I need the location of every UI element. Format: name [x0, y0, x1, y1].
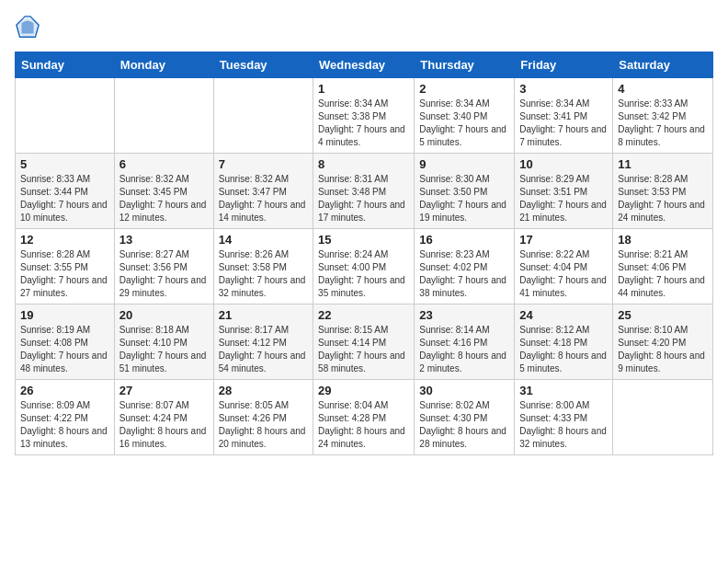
- day-number: 9: [419, 157, 509, 171]
- day-number: 1: [318, 82, 409, 96]
- logo: [15, 15, 44, 40]
- weekday-header-wednesday: Wednesday: [313, 52, 415, 78]
- calendar-cell: 28Sunrise: 8:05 AM Sunset: 4:26 PM Dayli…: [213, 380, 313, 455]
- calendar-cell: [114, 78, 213, 154]
- day-info: Sunrise: 8:14 AM Sunset: 4:16 PM Dayligh…: [419, 324, 509, 375]
- calendar-cell: 13Sunrise: 8:27 AM Sunset: 3:56 PM Dayli…: [114, 229, 213, 304]
- page-header: [15, 15, 713, 40]
- calendar-cell: 11Sunrise: 8:28 AM Sunset: 3:53 PM Dayli…: [613, 154, 713, 229]
- week-row-5: 26Sunrise: 8:09 AM Sunset: 4:22 PM Dayli…: [16, 380, 713, 455]
- day-info: Sunrise: 8:09 AM Sunset: 4:22 PM Dayligh…: [20, 399, 109, 451]
- day-info: Sunrise: 8:31 AM Sunset: 3:48 PM Dayligh…: [318, 173, 409, 224]
- day-info: Sunrise: 8:32 AM Sunset: 3:47 PM Dayligh…: [219, 173, 308, 224]
- day-info: Sunrise: 8:26 AM Sunset: 3:58 PM Dayligh…: [219, 248, 308, 300]
- day-number: 21: [219, 308, 308, 322]
- day-info: Sunrise: 8:00 AM Sunset: 4:33 PM Dayligh…: [519, 399, 608, 451]
- day-info: Sunrise: 8:34 AM Sunset: 3:40 PM Dayligh…: [419, 98, 509, 149]
- day-number: 24: [519, 308, 608, 322]
- calendar-cell: 12Sunrise: 8:28 AM Sunset: 3:55 PM Dayli…: [16, 229, 115, 304]
- weekday-header-friday: Friday: [515, 52, 613, 78]
- calendar-cell: 31Sunrise: 8:00 AM Sunset: 4:33 PM Dayli…: [515, 380, 613, 455]
- weekday-header-saturday: Saturday: [613, 52, 713, 78]
- calendar-cell: 21Sunrise: 8:17 AM Sunset: 4:12 PM Dayli…: [213, 304, 313, 380]
- day-number: 7: [219, 157, 308, 171]
- day-info: Sunrise: 8:07 AM Sunset: 4:24 PM Dayligh…: [119, 399, 209, 451]
- day-number: 8: [318, 157, 409, 171]
- day-info: Sunrise: 8:33 AM Sunset: 3:42 PM Dayligh…: [618, 98, 708, 149]
- calendar-cell: 14Sunrise: 8:26 AM Sunset: 3:58 PM Dayli…: [213, 229, 313, 304]
- day-number: 29: [318, 384, 409, 397]
- day-info: Sunrise: 8:05 AM Sunset: 4:26 PM Dayligh…: [219, 399, 308, 451]
- weekday-header-row: SundayMondayTuesdayWednesdayThursdayFrid…: [16, 52, 713, 78]
- day-number: 17: [519, 233, 608, 247]
- calendar-cell: 20Sunrise: 8:18 AM Sunset: 4:10 PM Dayli…: [114, 304, 213, 380]
- day-info: Sunrise: 8:34 AM Sunset: 3:41 PM Dayligh…: [519, 98, 608, 149]
- calendar-cell: 18Sunrise: 8:21 AM Sunset: 4:06 PM Dayli…: [613, 229, 713, 304]
- week-row-4: 19Sunrise: 8:19 AM Sunset: 4:08 PM Dayli…: [16, 304, 713, 380]
- calendar-cell: 9Sunrise: 8:30 AM Sunset: 3:50 PM Daylig…: [415, 154, 515, 229]
- calendar-cell: 24Sunrise: 8:12 AM Sunset: 4:18 PM Dayli…: [515, 304, 613, 380]
- day-info: Sunrise: 8:27 AM Sunset: 3:56 PM Dayligh…: [119, 248, 209, 300]
- calendar-cell: 19Sunrise: 8:19 AM Sunset: 4:08 PM Dayli…: [16, 304, 115, 380]
- calendar-cell: 10Sunrise: 8:29 AM Sunset: 3:51 PM Dayli…: [515, 154, 613, 229]
- calendar-cell: 17Sunrise: 8:22 AM Sunset: 4:04 PM Dayli…: [515, 229, 613, 304]
- day-number: 15: [318, 233, 409, 247]
- calendar-cell: [16, 78, 115, 154]
- day-number: 5: [20, 157, 109, 171]
- day-number: 12: [20, 233, 109, 247]
- calendar-cell: 27Sunrise: 8:07 AM Sunset: 4:24 PM Dayli…: [114, 380, 213, 455]
- day-number: 3: [519, 82, 608, 96]
- weekday-header-tuesday: Tuesday: [213, 52, 313, 78]
- day-info: Sunrise: 8:23 AM Sunset: 4:02 PM Dayligh…: [419, 248, 509, 300]
- day-number: 4: [618, 82, 708, 96]
- day-number: 6: [119, 157, 209, 171]
- day-number: 13: [119, 233, 209, 247]
- day-info: Sunrise: 8:19 AM Sunset: 4:08 PM Dayligh…: [20, 324, 109, 375]
- calendar-cell: 6Sunrise: 8:32 AM Sunset: 3:45 PM Daylig…: [114, 154, 213, 229]
- day-number: 22: [318, 308, 409, 322]
- day-info: Sunrise: 8:15 AM Sunset: 4:14 PM Dayligh…: [318, 324, 409, 375]
- calendar-cell: 16Sunrise: 8:23 AM Sunset: 4:02 PM Dayli…: [415, 229, 515, 304]
- day-number: 28: [219, 384, 308, 397]
- day-info: Sunrise: 8:17 AM Sunset: 4:12 PM Dayligh…: [219, 324, 308, 375]
- day-info: Sunrise: 8:22 AM Sunset: 4:04 PM Dayligh…: [519, 248, 608, 300]
- day-info: Sunrise: 8:12 AM Sunset: 4:18 PM Dayligh…: [519, 324, 608, 375]
- day-info: Sunrise: 8:30 AM Sunset: 3:50 PM Dayligh…: [419, 173, 509, 224]
- day-info: Sunrise: 8:28 AM Sunset: 3:55 PM Dayligh…: [20, 248, 109, 300]
- calendar-cell: [213, 78, 313, 154]
- week-row-3: 12Sunrise: 8:28 AM Sunset: 3:55 PM Dayli…: [16, 229, 713, 304]
- day-number: 11: [618, 157, 708, 171]
- day-info: Sunrise: 8:24 AM Sunset: 4:00 PM Dayligh…: [318, 248, 409, 300]
- day-info: Sunrise: 8:02 AM Sunset: 4:30 PM Dayligh…: [419, 399, 509, 451]
- calendar-cell: 29Sunrise: 8:04 AM Sunset: 4:28 PM Dayli…: [313, 380, 415, 455]
- day-number: 27: [119, 384, 209, 397]
- day-info: Sunrise: 8:33 AM Sunset: 3:44 PM Dayligh…: [20, 173, 109, 224]
- calendar-cell: 22Sunrise: 8:15 AM Sunset: 4:14 PM Dayli…: [313, 304, 415, 380]
- day-number: 31: [519, 384, 608, 397]
- calendar-cell: [613, 380, 713, 455]
- day-info: Sunrise: 8:21 AM Sunset: 4:06 PM Dayligh…: [618, 248, 708, 300]
- day-number: 16: [419, 233, 509, 247]
- day-info: Sunrise: 8:34 AM Sunset: 3:38 PM Dayligh…: [318, 98, 409, 149]
- day-number: 23: [419, 308, 509, 322]
- weekday-header-thursday: Thursday: [415, 52, 515, 78]
- logo-icon: [15, 15, 40, 40]
- week-row-2: 5Sunrise: 8:33 AM Sunset: 3:44 PM Daylig…: [16, 154, 713, 229]
- week-row-1: 1Sunrise: 8:34 AM Sunset: 3:38 PM Daylig…: [16, 78, 713, 154]
- calendar-cell: 3Sunrise: 8:34 AM Sunset: 3:41 PM Daylig…: [515, 78, 613, 154]
- day-info: Sunrise: 8:32 AM Sunset: 3:45 PM Dayligh…: [119, 173, 209, 224]
- day-info: Sunrise: 8:18 AM Sunset: 4:10 PM Dayligh…: [119, 324, 209, 375]
- day-number: 25: [618, 308, 708, 322]
- day-number: 10: [519, 157, 608, 171]
- calendar-cell: 5Sunrise: 8:33 AM Sunset: 3:44 PM Daylig…: [16, 154, 115, 229]
- calendar-cell: 8Sunrise: 8:31 AM Sunset: 3:48 PM Daylig…: [313, 154, 415, 229]
- day-number: 20: [119, 308, 209, 322]
- calendar-cell: 4Sunrise: 8:33 AM Sunset: 3:42 PM Daylig…: [613, 78, 713, 154]
- calendar-cell: 25Sunrise: 8:10 AM Sunset: 4:20 PM Dayli…: [613, 304, 713, 380]
- weekday-header-sunday: Sunday: [16, 52, 115, 78]
- calendar-cell: 26Sunrise: 8:09 AM Sunset: 4:22 PM Dayli…: [16, 380, 115, 455]
- day-number: 14: [219, 233, 308, 247]
- calendar-cell: 15Sunrise: 8:24 AM Sunset: 4:00 PM Dayli…: [313, 229, 415, 304]
- day-info: Sunrise: 8:28 AM Sunset: 3:53 PM Dayligh…: [618, 173, 708, 224]
- day-number: 18: [618, 233, 708, 247]
